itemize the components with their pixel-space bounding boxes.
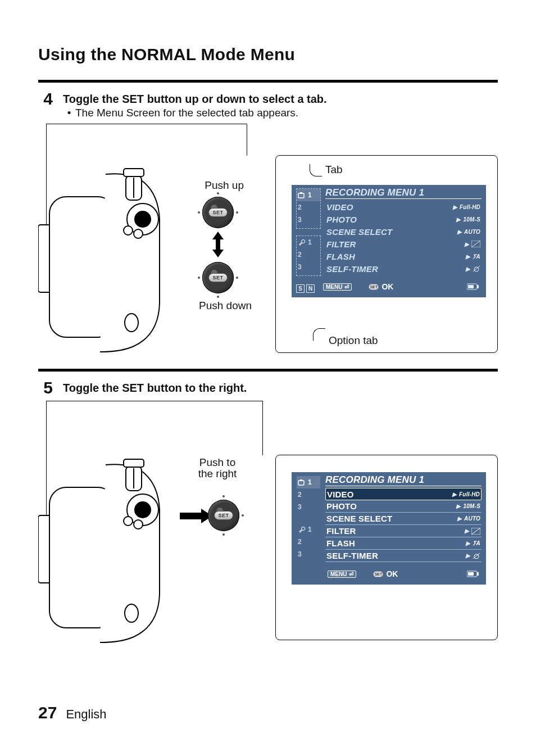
row-video[interactable]: VIDEO▶Full-HD bbox=[325, 201, 482, 213]
menu-rows: VIDEO▶Full-HD PHOTO▶10M-S SCENE SELECT▶A… bbox=[325, 488, 482, 562]
menu-footer: MENU⏎ SETOK bbox=[325, 568, 482, 580]
chevron-right-icon: ▶ bbox=[457, 515, 462, 522]
ok-button[interactable]: SETOK bbox=[369, 282, 393, 291]
svg-point-3 bbox=[135, 211, 151, 227]
row-label: SELF-TIMER bbox=[326, 264, 378, 274]
tab-rec-3[interactable]: 3 bbox=[297, 214, 320, 226]
svg-point-25 bbox=[134, 520, 143, 529]
step-4-headline: Toggle the SET button up or down to sele… bbox=[63, 93, 498, 106]
option-tab-callout: Option tab bbox=[313, 328, 378, 347]
row-photo[interactable]: PHOTO▶10M-S bbox=[325, 500, 482, 513]
svg-rect-32 bbox=[300, 479, 302, 481]
tab-num: 1 bbox=[308, 191, 312, 199]
ok-label: OK bbox=[386, 569, 398, 578]
row-label: FLASH bbox=[326, 252, 355, 261]
bullet-icon: • bbox=[63, 107, 75, 119]
row-filter[interactable]: FILTER▶ bbox=[325, 238, 482, 250]
svg-point-4 bbox=[124, 226, 133, 235]
chevron-right-icon: ▶ bbox=[466, 253, 470, 260]
lcd-screen-2: RECORDING MENU 1 1 2 3 1 2 3 bbox=[275, 455, 498, 640]
step-4: 4 Toggle the SET button up or down to se… bbox=[38, 90, 498, 119]
battery-icon bbox=[467, 571, 479, 577]
set-button-up[interactable]: SET bbox=[202, 197, 234, 228]
row-label: FILTER bbox=[326, 239, 356, 249]
row-flash[interactable]: FLASH▶ⵢA bbox=[325, 537, 482, 550]
row-scene-select[interactable]: SCENE SELECT▶AUTO bbox=[325, 513, 482, 525]
svg-rect-28 bbox=[124, 459, 144, 467]
menu-title: RECORDING MENU 1 bbox=[325, 187, 482, 200]
row-value: ⵢA bbox=[473, 540, 480, 546]
tab-rec-3[interactable]: 3 bbox=[297, 501, 320, 513]
chevron-right-icon: ▶ bbox=[466, 540, 470, 546]
row-video[interactable]: VIDEO▶Full-HD bbox=[325, 488, 482, 500]
tab-num: 1 bbox=[308, 478, 312, 486]
set-button-right[interactable]: SET bbox=[208, 500, 239, 531]
tab-num: 2 bbox=[298, 491, 302, 499]
back-button[interactable]: MENU⏎ bbox=[328, 571, 356, 578]
tabs-sidebar[interactable]: 1 2 3 1 2 3 bbox=[296, 476, 322, 567]
row-value: Full-HD bbox=[460, 204, 480, 210]
row-flash[interactable]: FLASH▶ⵢA bbox=[325, 250, 482, 262]
divider bbox=[38, 369, 498, 372]
tab-rec-2[interactable]: 2 bbox=[297, 488, 320, 501]
ok-button[interactable]: SETOK bbox=[373, 569, 398, 578]
row-value: ⵢA bbox=[473, 253, 480, 260]
tab-opt-1[interactable]: 1 bbox=[297, 523, 320, 536]
ok-label: OK bbox=[381, 282, 393, 291]
tab-rec-1[interactable]: 1 bbox=[297, 189, 320, 201]
chevron-right-icon: ▶ bbox=[452, 491, 457, 497]
step-5-number: 5 bbox=[38, 379, 53, 396]
tab-num: 2 bbox=[298, 538, 302, 546]
svg-point-5 bbox=[134, 229, 143, 238]
row-label: PHOTO bbox=[326, 215, 357, 224]
tab-callout-text: Tab bbox=[325, 164, 343, 175]
sn-chips: S N bbox=[296, 284, 315, 293]
filter-off-icon bbox=[471, 528, 480, 535]
svg-rect-18 bbox=[477, 285, 479, 288]
chevron-right-icon: ▶ bbox=[466, 553, 470, 559]
dot-icon bbox=[222, 533, 225, 536]
tab-num: 3 bbox=[298, 216, 302, 224]
tab-opt-3[interactable]: 3 bbox=[297, 548, 320, 560]
back-button[interactable]: MENU⏎ bbox=[323, 283, 352, 291]
row-filter[interactable]: FILTER▶ bbox=[325, 525, 482, 537]
tab-num: 3 bbox=[298, 550, 302, 558]
tab-rec-2[interactable]: 2 bbox=[297, 201, 320, 214]
chevron-right-icon: ▶ bbox=[453, 204, 457, 210]
row-photo[interactable]: PHOTO▶10M-S bbox=[325, 213, 482, 225]
row-label: PHOTO bbox=[326, 501, 357, 511]
chevron-right-icon: ▶ bbox=[457, 229, 462, 235]
tab-num: 3 bbox=[298, 263, 302, 271]
camera-illustration bbox=[38, 437, 167, 645]
menu-footer: MENU⏎ SETOK bbox=[321, 280, 482, 293]
tab-opt-2[interactable]: 2 bbox=[297, 536, 320, 548]
set-button-down[interactable]: SET bbox=[202, 262, 234, 293]
svg-rect-19 bbox=[468, 285, 474, 288]
tab-num: 1 bbox=[308, 238, 312, 246]
svg-line-14 bbox=[471, 241, 480, 247]
tab-opt-2[interactable]: 2 bbox=[297, 248, 320, 261]
page-title: Using the NORMAL Mode Menu bbox=[38, 45, 498, 64]
battery-icon bbox=[467, 283, 479, 290]
svg-point-24 bbox=[124, 517, 133, 526]
svg-rect-11 bbox=[298, 193, 304, 198]
return-icon: ⏎ bbox=[344, 284, 349, 290]
figure-step-5: Push tothe right SET RECORDING MENU 1 1 … bbox=[38, 401, 498, 646]
page-number: 27 bbox=[38, 703, 57, 722]
row-self-timer[interactable]: SELF-TIMER▶ bbox=[325, 262, 482, 275]
chevron-right-icon: ▶ bbox=[456, 503, 461, 509]
tabs-sidebar[interactable]: 1 2 3 1 2 3 bbox=[296, 188, 322, 279]
lcd-screen-1: Tab RECORDING MENU 1 1 2 3 1 2 bbox=[275, 155, 498, 353]
set-pill-icon: SET bbox=[369, 284, 379, 290]
chip-s: S bbox=[296, 284, 305, 293]
row-self-timer[interactable]: SELF-TIMER▶ bbox=[325, 550, 482, 562]
menu-label: MENU bbox=[326, 284, 342, 290]
tab-rec-1[interactable]: 1 bbox=[297, 476, 320, 488]
row-scene-select[interactable]: SCENE SELECT▶AUTO bbox=[325, 225, 482, 238]
tab-opt-1[interactable]: 1 bbox=[297, 236, 320, 248]
svg-point-23 bbox=[135, 502, 151, 518]
row-label: VIDEO bbox=[326, 202, 353, 212]
svg-rect-39 bbox=[468, 572, 474, 576]
menu-label: MENU bbox=[330, 571, 347, 577]
tab-opt-3[interactable]: 3 bbox=[297, 261, 320, 273]
